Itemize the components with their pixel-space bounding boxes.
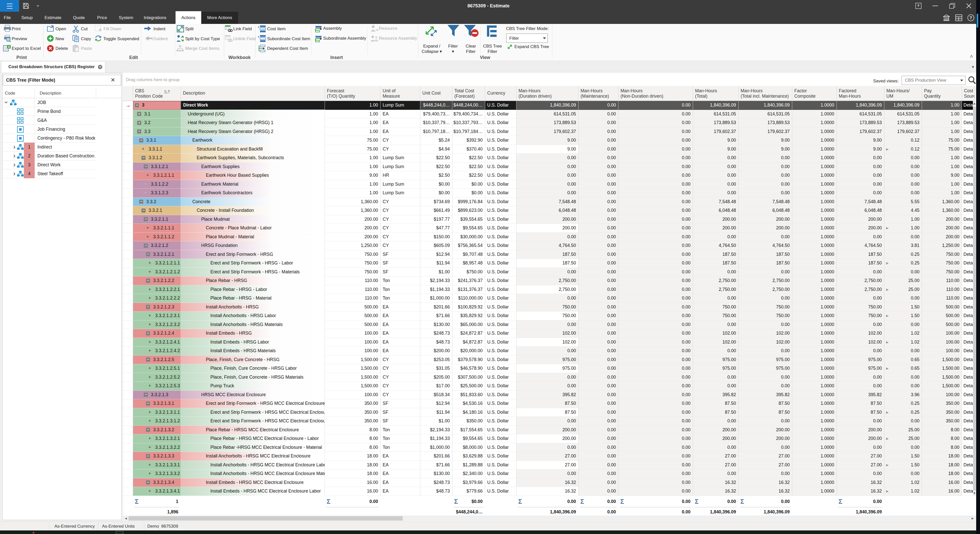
svg-text:?: ? [970, 16, 972, 20]
svg-text:X: X [8, 45, 10, 49]
